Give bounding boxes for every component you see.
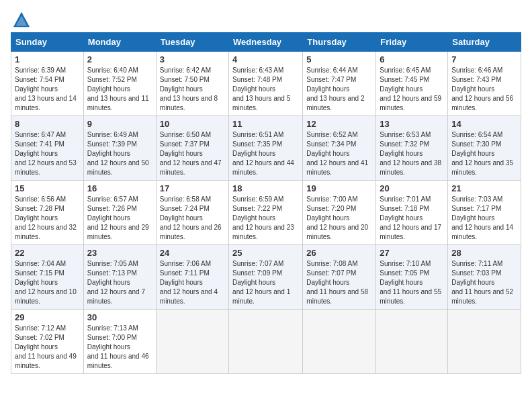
day-number: 12 [306, 119, 372, 129]
day-number: 7 [451, 54, 517, 64]
day-number: 17 [160, 183, 225, 193]
header-friday: Friday [376, 33, 448, 52]
day-info: Sunrise: 6:57 AM Sunset: 7:26 PM Dayligh… [87, 195, 152, 242]
calendar-cell: 24 Sunrise: 7:06 AM Sunset: 7:11 PM Dayl… [156, 245, 228, 310]
calendar-cell: 30 Sunrise: 7:13 AM Sunset: 7:00 PM Dayl… [83, 310, 156, 374]
calendar-week-4: 22 Sunrise: 7:04 AM Sunset: 7:15 PM Dayl… [11, 245, 521, 310]
day-number: 11 [232, 119, 299, 129]
calendar-cell: 14 Sunrise: 6:54 AM Sunset: 7:30 PM Dayl… [448, 116, 521, 181]
day-info: Sunrise: 7:04 AM Sunset: 7:15 PM Dayligh… [15, 259, 80, 306]
calendar-cell: 13 Sunrise: 6:53 AM Sunset: 7:32 PM Dayl… [376, 116, 448, 181]
day-info: Sunrise: 7:03 AM Sunset: 7:17 PM Dayligh… [451, 195, 517, 242]
day-number: 4 [232, 54, 299, 64]
day-number: 20 [380, 183, 444, 193]
calendar-cell: 23 Sunrise: 7:05 AM Sunset: 7:13 PM Dayl… [83, 245, 156, 310]
day-info: Sunrise: 6:56 AM Sunset: 7:28 PM Dayligh… [15, 195, 80, 242]
calendar: SundayMondayTuesdayWednesdayThursdayFrid… [11, 32, 521, 374]
day-number: 28 [451, 248, 517, 258]
day-info: Sunrise: 6:46 AM Sunset: 7:43 PM Dayligh… [451, 66, 517, 113]
day-info: Sunrise: 7:05 AM Sunset: 7:13 PM Dayligh… [87, 259, 152, 306]
day-number: 24 [160, 248, 225, 258]
day-number: 1 [15, 54, 80, 64]
day-number: 15 [15, 183, 80, 193]
day-number: 13 [380, 119, 444, 129]
calendar-cell: 10 Sunrise: 6:50 AM Sunset: 7:37 PM Dayl… [156, 116, 228, 181]
header-sunday: Sunday [11, 33, 84, 52]
day-number: 18 [232, 183, 299, 193]
day-info: Sunrise: 7:07 AM Sunset: 7:09 PM Dayligh… [232, 259, 299, 306]
calendar-cell: 11 Sunrise: 6:51 AM Sunset: 7:35 PM Dayl… [229, 116, 303, 181]
calendar-week-1: 1 Sunrise: 6:39 AM Sunset: 7:54 PM Dayli… [11, 52, 521, 116]
day-number: 23 [87, 248, 152, 258]
day-number: 29 [15, 312, 80, 322]
day-number: 3 [160, 54, 225, 64]
calendar-cell: 12 Sunrise: 6:52 AM Sunset: 7:34 PM Dayl… [303, 116, 376, 181]
day-info: Sunrise: 6:51 AM Sunset: 7:35 PM Dayligh… [232, 130, 299, 177]
calendar-cell: 29 Sunrise: 7:12 AM Sunset: 7:02 PM Dayl… [11, 310, 84, 374]
day-number: 19 [306, 183, 372, 193]
calendar-cell: 18 Sunrise: 6:59 AM Sunset: 7:22 PM Dayl… [229, 181, 303, 245]
calendar-cell: 5 Sunrise: 6:44 AM Sunset: 7:47 PM Dayli… [303, 52, 376, 116]
day-number: 6 [380, 54, 444, 64]
header-thursday: Thursday [303, 33, 376, 52]
day-number: 8 [15, 119, 80, 129]
calendar-cell: 20 Sunrise: 7:01 AM Sunset: 7:18 PM Dayl… [376, 181, 448, 245]
calendar-header-row: SundayMondayTuesdayWednesdayThursdayFrid… [11, 33, 521, 52]
calendar-cell: 27 Sunrise: 7:10 AM Sunset: 7:05 PM Dayl… [376, 245, 448, 310]
day-info: Sunrise: 7:06 AM Sunset: 7:11 PM Dayligh… [160, 259, 225, 306]
day-info: Sunrise: 6:54 AM Sunset: 7:30 PM Dayligh… [451, 130, 517, 177]
calendar-cell: 28 Sunrise: 7:11 AM Sunset: 7:03 PM Dayl… [448, 245, 521, 310]
day-info: Sunrise: 7:11 AM Sunset: 7:03 PM Dayligh… [451, 259, 517, 306]
calendar-cell [448, 310, 521, 374]
day-info: Sunrise: 6:44 AM Sunset: 7:47 PM Dayligh… [306, 66, 372, 113]
page-header [11, 11, 521, 26]
day-info: Sunrise: 6:50 AM Sunset: 7:37 PM Dayligh… [160, 130, 225, 177]
day-info: Sunrise: 6:58 AM Sunset: 7:24 PM Dayligh… [160, 195, 225, 242]
day-number: 5 [306, 54, 372, 64]
day-number: 2 [87, 54, 152, 64]
calendar-cell: 16 Sunrise: 6:57 AM Sunset: 7:26 PM Dayl… [83, 181, 156, 245]
day-info: Sunrise: 6:47 AM Sunset: 7:41 PM Dayligh… [15, 130, 80, 177]
day-info: Sunrise: 6:59 AM Sunset: 7:22 PM Dayligh… [232, 195, 299, 242]
calendar-cell: 1 Sunrise: 6:39 AM Sunset: 7:54 PM Dayli… [11, 52, 84, 116]
calendar-cell: 17 Sunrise: 6:58 AM Sunset: 7:24 PM Dayl… [156, 181, 228, 245]
calendar-cell [229, 310, 303, 374]
day-number: 27 [380, 248, 444, 258]
day-number: 25 [232, 248, 299, 258]
calendar-cell: 7 Sunrise: 6:46 AM Sunset: 7:43 PM Dayli… [448, 52, 521, 116]
day-info: Sunrise: 6:42 AM Sunset: 7:50 PM Dayligh… [160, 66, 225, 113]
header-wednesday: Wednesday [229, 33, 303, 52]
day-info: Sunrise: 6:52 AM Sunset: 7:34 PM Dayligh… [306, 130, 372, 177]
day-info: Sunrise: 7:00 AM Sunset: 7:20 PM Dayligh… [306, 195, 372, 242]
calendar-cell: 22 Sunrise: 7:04 AM Sunset: 7:15 PM Dayl… [11, 245, 84, 310]
calendar-cell: 19 Sunrise: 7:00 AM Sunset: 7:20 PM Dayl… [303, 181, 376, 245]
calendar-cell [376, 310, 448, 374]
calendar-cell: 9 Sunrise: 6:49 AM Sunset: 7:39 PM Dayli… [83, 116, 156, 181]
header-monday: Monday [83, 33, 156, 52]
header-saturday: Saturday [448, 33, 521, 52]
calendar-cell: 8 Sunrise: 6:47 AM Sunset: 7:41 PM Dayli… [11, 116, 84, 181]
day-number: 30 [87, 312, 152, 322]
day-number: 14 [451, 119, 517, 129]
day-info: Sunrise: 7:01 AM Sunset: 7:18 PM Dayligh… [380, 195, 444, 242]
day-number: 16 [87, 183, 152, 193]
calendar-cell: 6 Sunrise: 6:45 AM Sunset: 7:45 PM Dayli… [376, 52, 448, 116]
calendar-week-3: 15 Sunrise: 6:56 AM Sunset: 7:28 PM Dayl… [11, 181, 521, 245]
day-info: Sunrise: 6:39 AM Sunset: 7:54 PM Dayligh… [15, 66, 80, 113]
calendar-week-5: 29 Sunrise: 7:12 AM Sunset: 7:02 PM Dayl… [11, 310, 521, 374]
day-info: Sunrise: 6:53 AM Sunset: 7:32 PM Dayligh… [380, 130, 444, 177]
calendar-cell: 4 Sunrise: 6:43 AM Sunset: 7:48 PM Dayli… [229, 52, 303, 116]
calendar-cell: 3 Sunrise: 6:42 AM Sunset: 7:50 PM Dayli… [156, 52, 228, 116]
day-number: 26 [306, 248, 372, 258]
day-info: Sunrise: 7:10 AM Sunset: 7:05 PM Dayligh… [380, 259, 444, 306]
logo-icon [12, 11, 31, 30]
day-number: 9 [87, 119, 152, 129]
day-number: 10 [160, 119, 225, 129]
calendar-cell [303, 310, 376, 374]
calendar-cell: 26 Sunrise: 7:08 AM Sunset: 7:07 PM Dayl… [303, 245, 376, 310]
logo [11, 11, 31, 26]
day-number: 21 [451, 183, 517, 193]
day-info: Sunrise: 6:45 AM Sunset: 7:45 PM Dayligh… [380, 66, 444, 113]
calendar-cell: 21 Sunrise: 7:03 AM Sunset: 7:17 PM Dayl… [448, 181, 521, 245]
day-info: Sunrise: 7:13 AM Sunset: 7:00 PM Dayligh… [87, 324, 152, 371]
